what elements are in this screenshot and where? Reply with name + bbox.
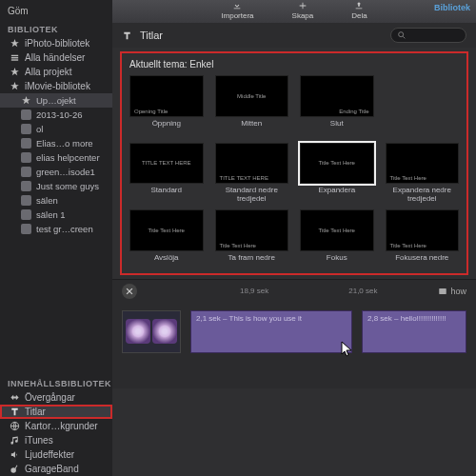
lib-helpcenter[interactable]: elias helpcenter (0, 150, 112, 165)
label: sälen (36, 195, 58, 206)
label: iMovie-bibliotek (25, 81, 90, 91)
label: how (450, 287, 466, 296)
label: ol (36, 124, 43, 134)
label: Dela (351, 11, 367, 20)
preset-thumb[interactable]: Title Text Here (386, 143, 460, 185)
event-icon (21, 195, 31, 206)
library-link[interactable]: Bibliotek (434, 3, 470, 12)
timeline-clip[interactable]: 2,1 sek – This is how you use it (190, 310, 352, 353)
text-icon (122, 30, 132, 41)
preset-caption: Avslöja (154, 254, 179, 269)
thumb-text: Title Text Here (319, 160, 355, 166)
star-icon (10, 38, 20, 49)
lib-events[interactable]: Alla händelser (0, 50, 112, 65)
timeline-clip[interactable]: 2,8 sek – hello!!!!!!!!!!!!!! (362, 310, 466, 353)
title-preset[interactable]: Title Text HereExpandera (300, 143, 374, 203)
label: sälen 1 (36, 209, 66, 220)
svg-rect-0 (11, 55, 18, 56)
thumb-text: TITLE TEXT HERE (220, 175, 268, 181)
browser-title: Titlar (140, 30, 163, 41)
event-icon (21, 152, 31, 163)
label: Up…ojekt (36, 95, 76, 106)
label: Kartor…kgrunder (25, 421, 98, 431)
preset-thumb[interactable]: Ending Title (300, 75, 374, 117)
thumb-text: Opening Title (134, 109, 168, 114)
search-input[interactable] (390, 28, 466, 43)
lib-ol[interactable]: ol (0, 122, 112, 136)
label: Alla projekt (25, 67, 71, 77)
title-preset[interactable]: Title Text HereTa fram nedre (215, 209, 289, 269)
time-mark: 21,0 sek (348, 287, 377, 295)
film-icon (438, 287, 447, 296)
content-sfx[interactable]: Ljudeffekter (0, 447, 112, 462)
speaker-icon (10, 449, 20, 460)
lib-elias[interactable]: Elias…o more (0, 136, 112, 150)
lib-imovie[interactable]: iMovie-bibliotek (0, 79, 112, 93)
lib-salen[interactable]: sälen (0, 193, 112, 208)
share-button[interactable]: Dela (351, 1, 367, 20)
title-preset[interactable]: Opening TitleÖppning (129, 75, 204, 135)
title-preset[interactable]: Title Text HereFokus (300, 209, 374, 269)
lib-test[interactable]: test gr…creen (0, 222, 112, 236)
content-garageband[interactable]: GarageBand (0, 462, 112, 476)
content-titles[interactable]: Titlar (0, 405, 112, 419)
title-preset[interactable]: Title Text HereAvslöja (129, 209, 204, 269)
content-itunes[interactable]: iTunes (0, 433, 112, 447)
label: elias helpcenter (36, 152, 100, 163)
title-preset[interactable]: Title Text HereExpandera nedre tredjedel (386, 143, 460, 203)
text-icon (10, 407, 20, 417)
preset-thumb[interactable]: TITLE TEXT HERE (215, 143, 289, 185)
transition-clip[interactable] (122, 310, 181, 353)
timeline-header: 18,9 sek 21,0 sek how (112, 279, 476, 303)
lib-iphoto[interactable]: iPhoto-bibliotek (0, 36, 112, 50)
title-preset[interactable]: Middle TitleMitten (215, 75, 289, 135)
create-button[interactable]: Skapa (292, 1, 314, 20)
lib-date[interactable]: 2013-10-26 (0, 108, 112, 122)
lib-green[interactable]: green…isode1 (0, 165, 112, 179)
label: Övergångar (25, 392, 75, 403)
preset-thumb[interactable]: Title Text Here (129, 209, 204, 251)
lib-projects[interactable]: Alla projekt (0, 65, 112, 79)
browser-header: Titlar (112, 23, 476, 48)
transition-icon (10, 392, 20, 403)
lib-salen1[interactable]: sälen 1 (0, 208, 112, 222)
import-button[interactable]: Importera (221, 1, 253, 20)
content-maps[interactable]: Kartor…kgrunder (0, 419, 112, 433)
hide-link[interactable]: Göm (0, 0, 112, 19)
lib-guys[interactable]: Just some guys (0, 179, 112, 193)
label: green…isode1 (36, 167, 95, 177)
preset-thumb[interactable]: Title Text Here (300, 143, 374, 185)
preset-thumb[interactable]: Opening Title (129, 75, 204, 117)
preset-thumb[interactable]: Title Text Here (386, 209, 460, 251)
toolbar: Importera Skapa Dela Bibliotek (112, 0, 476, 23)
close-button[interactable] (122, 284, 137, 299)
title-preset[interactable] (386, 75, 460, 135)
section-library: BIBLIOTEK (0, 19, 112, 36)
preset-caption: Standard nedre tredjedel (215, 187, 289, 202)
content-transitions[interactable]: Övergångar (0, 390, 112, 405)
preset-thumb[interactable]: Title Text Here (300, 209, 374, 251)
stack-icon (10, 52, 20, 63)
svg-rect-2 (11, 59, 18, 60)
preset-thumb[interactable]: Title Text Here (215, 209, 289, 251)
preset-caption: Expandera nedre tredjedel (386, 187, 460, 202)
label: test gr…creen (36, 224, 93, 234)
share-icon (353, 1, 365, 10)
timeline[interactable]: 2,1 sek – This is how you use it 2,8 sek… (112, 303, 476, 388)
title-preset[interactable]: TITLE TEXT HEREStandard (129, 143, 204, 203)
title-preset[interactable]: Title Text HereFokusera nedre (386, 209, 460, 269)
preset-thumb[interactable]: Middle Title (215, 75, 289, 117)
project-name: how (438, 287, 466, 296)
time-ruler: 18,9 sek 21,0 sek (145, 287, 430, 295)
preset-caption: Slut (330, 120, 344, 135)
svg-point-6 (399, 32, 404, 37)
time-mark: 18,9 sek (240, 287, 268, 295)
title-preset[interactable]: TITLE TEXT HEREStandard nedre tredjedel (215, 143, 289, 203)
title-preset[interactable]: Ending TitleSlut (300, 75, 374, 135)
event-icon (21, 138, 31, 149)
label: iTunes (25, 435, 53, 446)
event-icon (21, 167, 31, 177)
star-icon (10, 67, 20, 77)
preset-thumb[interactable]: TITLE TEXT HERE (129, 143, 204, 185)
lib-up[interactable]: Up…ojekt (0, 93, 112, 108)
